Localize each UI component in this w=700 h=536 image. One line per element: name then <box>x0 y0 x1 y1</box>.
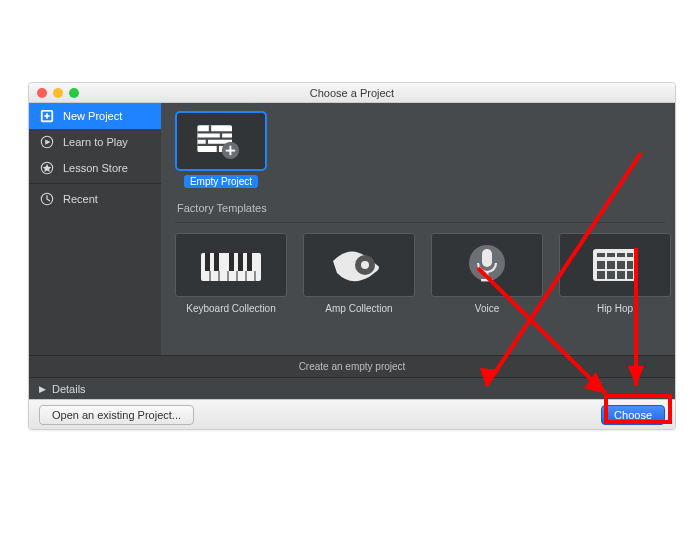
empty-project-tile[interactable] <box>177 113 265 169</box>
template-tile[interactable] <box>175 233 287 297</box>
titlebar: Choose a Project <box>29 83 675 103</box>
svg-rect-45 <box>617 261 625 269</box>
window-title: Choose a Project <box>310 87 394 99</box>
sidebar-item-label: Recent <box>63 193 98 205</box>
svg-marker-5 <box>45 139 50 144</box>
keyboard-icon <box>195 241 267 289</box>
template-label: Voice <box>475 303 499 314</box>
minimize-icon[interactable] <box>53 88 63 98</box>
section-divider <box>175 222 665 223</box>
template-amp-collection[interactable]: Amp Collection <box>303 233 415 314</box>
microphone-icon <box>451 241 523 289</box>
svg-point-33 <box>361 261 369 269</box>
svg-rect-23 <box>229 253 234 271</box>
choose-button[interactable]: Choose <box>601 405 665 425</box>
svg-rect-43 <box>597 261 605 269</box>
sidebar-divider <box>29 183 161 184</box>
svg-rect-39 <box>597 253 605 257</box>
recent-icon <box>39 191 55 207</box>
factory-templates-heading: Factory Templates <box>177 202 665 214</box>
svg-rect-22 <box>214 253 219 271</box>
description-text: Create an empty project <box>299 361 406 372</box>
svg-rect-24 <box>238 253 243 271</box>
template-tile[interactable] <box>431 233 543 297</box>
svg-rect-40 <box>607 253 615 257</box>
disclosure-triangle-icon: ▶ <box>39 384 46 394</box>
empty-project-label: Empty Project <box>184 175 258 188</box>
zoom-icon[interactable] <box>69 88 79 98</box>
details-toggle[interactable]: ▶ Details <box>29 377 675 399</box>
empty-project-item[interactable]: Empty Project <box>175 113 267 188</box>
sidebar-item-lesson-store[interactable]: Lesson Store <box>29 155 161 181</box>
details-label: Details <box>52 383 86 395</box>
guitar-amp-icon <box>323 241 395 289</box>
learn-icon <box>39 134 55 150</box>
open-existing-button[interactable]: Open an existing Project... <box>39 405 194 425</box>
choose-label: Choose <box>614 409 652 421</box>
sidebar: New Project Learn to Play Lesson Store R <box>29 103 161 355</box>
svg-rect-36 <box>486 272 489 280</box>
template-label: Keyboard Collection <box>186 303 276 314</box>
sidebar-item-label: New Project <box>63 110 122 122</box>
svg-rect-25 <box>247 253 252 271</box>
svg-rect-47 <box>597 271 605 279</box>
svg-rect-44 <box>607 261 615 269</box>
svg-rect-37 <box>481 279 493 281</box>
svg-rect-46 <box>627 261 633 269</box>
svg-rect-42 <box>627 253 633 257</box>
svg-rect-35 <box>482 249 492 267</box>
svg-rect-50 <box>627 271 633 279</box>
svg-marker-7 <box>43 164 52 172</box>
description-bar: Create an empty project <box>29 355 675 377</box>
sidebar-item-label: Lesson Store <box>63 162 128 174</box>
template-tile[interactable] <box>303 233 415 297</box>
svg-rect-21 <box>205 253 210 271</box>
template-hip-hop[interactable]: Hip Hop <box>559 233 671 314</box>
svg-rect-19 <box>229 146 231 155</box>
template-voice[interactable]: Voice <box>431 233 543 314</box>
sidebar-item-new-project[interactable]: New Project <box>29 103 161 129</box>
bottom-toolbar: Open an existing Project... Choose <box>29 399 675 429</box>
store-icon <box>39 160 55 176</box>
open-existing-label: Open an existing Project... <box>52 409 181 421</box>
svg-rect-49 <box>617 271 625 279</box>
sidebar-item-learn-to-play[interactable]: Learn to Play <box>29 129 161 155</box>
template-row: Keyboard Collection Amp Collection <box>175 233 665 314</box>
sidebar-item-recent[interactable]: Recent <box>29 186 161 212</box>
project-chooser-window: Choose a Project New Project Learn to Pl… <box>28 82 676 430</box>
template-tile[interactable] <box>559 233 671 297</box>
svg-rect-3 <box>44 115 49 117</box>
svg-rect-41 <box>617 253 625 257</box>
drum-pad-icon <box>579 241 651 289</box>
sidebar-item-label: Learn to Play <box>63 136 128 148</box>
template-label: Hip Hop <box>597 303 633 314</box>
close-icon[interactable] <box>37 88 47 98</box>
main-panel: Empty Project Factory Templates <box>161 103 675 355</box>
template-keyboard-collection[interactable]: Keyboard Collection <box>175 233 287 314</box>
content-area: New Project Learn to Play Lesson Store R <box>29 103 675 355</box>
svg-rect-48 <box>607 271 615 279</box>
new-project-icon <box>39 108 55 124</box>
template-label: Amp Collection <box>325 303 392 314</box>
